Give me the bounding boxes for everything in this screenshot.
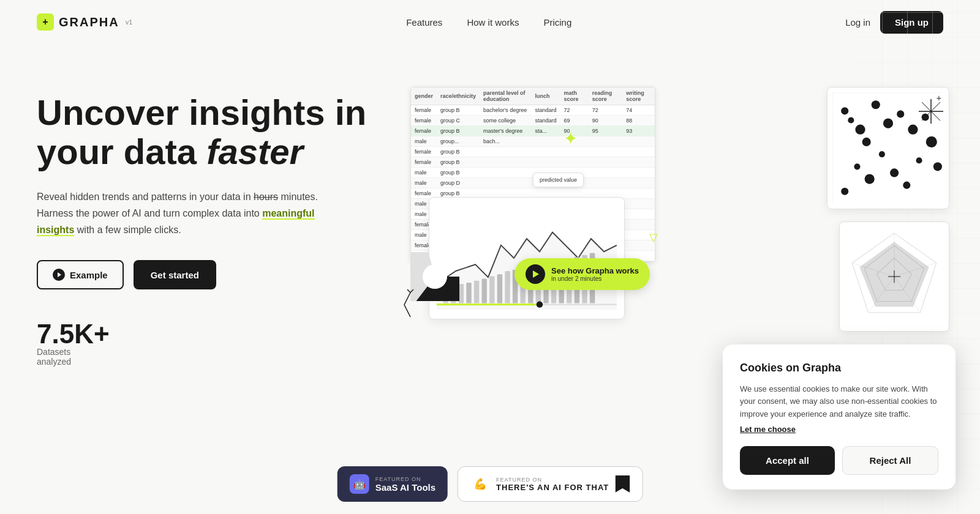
signup-button[interactable]: Sign up	[880, 11, 943, 34]
nav-actions: Log in Sign up	[845, 11, 943, 34]
saas-badge-label: Featured on	[375, 476, 435, 482]
svg-rect-7	[489, 276, 494, 303]
logo-icon: +	[37, 13, 54, 31]
col-writing: writing score	[622, 88, 655, 105]
bottom-badges: 🤖 Featured on SaaS AI Tools 💪 FEATURED O…	[337, 466, 643, 502]
svg-point-32	[862, 138, 871, 146]
cookie-title: Cookies on Grapha	[740, 362, 938, 374]
squiggle-decoration	[392, 286, 429, 326]
nav-link-features[interactable]: Features	[406, 17, 442, 28]
ai-badge-label: FEATURED ON	[496, 477, 609, 483]
hero-title: Uncover insights in your data faster	[37, 93, 380, 171]
col-lunch: lunch	[531, 88, 560, 105]
play-circle-icon	[53, 269, 65, 281]
svg-point-41	[854, 163, 860, 169]
video-play-text: See how Grapha works in under 2 minutes	[551, 266, 639, 282]
stat-label: Datasetsanalyzed	[37, 347, 380, 367]
saas-badge-icon: 🤖	[350, 474, 369, 494]
svg-point-29	[872, 100, 880, 109]
reject-all-button[interactable]: Reject All	[842, 446, 938, 475]
hero-left: Uncover insights in your data faster Rev…	[37, 69, 380, 411]
cookie-description: We use essential cookies to make our sit…	[740, 383, 938, 421]
brand-version: v1	[126, 18, 133, 26]
video-main-text: See how Grapha works	[551, 266, 639, 275]
svg-point-48	[423, 264, 447, 289]
svg-rect-9	[505, 271, 510, 304]
radar-chart-card	[839, 222, 949, 332]
nav-link-how-it-works[interactable]: How it works	[467, 17, 519, 28]
stats-block: 7.5K+ Datasetsanalyzed	[37, 319, 380, 367]
navbar: + GRAPHA v1 Features How it works Pricin…	[0, 0, 980, 44]
col-race: race/ethnicity	[437, 88, 480, 105]
table-row: femalegroup Bmaster's degreesta...909593	[411, 126, 655, 136]
table-row: femalegroup B	[411, 147, 655, 157]
svg-point-40	[865, 174, 875, 184]
svg-point-37	[916, 157, 922, 163]
nav-link-pricing[interactable]: Pricing	[543, 17, 571, 28]
example-button[interactable]: Example	[37, 260, 124, 289]
cookie-choose-link[interactable]: Let me choose	[740, 425, 938, 434]
video-play-button[interactable]: See how Grapha works in under 2 minutes	[514, 258, 650, 290]
table-row: malegroup...bach...	[411, 136, 655, 147]
svg-rect-8	[497, 274, 502, 303]
hero-buttons: Example Get started	[37, 260, 380, 289]
svg-point-34	[908, 125, 918, 135]
svg-point-36	[926, 136, 937, 147]
saas-badge-name: SaaS AI Tools	[375, 482, 435, 493]
logo[interactable]: + GRAPHA v1	[37, 13, 132, 31]
svg-point-27	[855, 125, 865, 135]
svg-rect-6	[482, 279, 487, 304]
nav-links: Features How it works Pricing	[406, 17, 571, 28]
table-row: femalegroup B	[411, 157, 655, 168]
col-reading: reading score	[589, 88, 623, 105]
cookie-banner: Cookies on Grapha We use essential cooki…	[723, 345, 956, 490]
tooltip-bubble: predicted value	[533, 173, 584, 187]
svg-point-31	[897, 110, 904, 117]
tooltip-text: predicted value	[540, 177, 577, 183]
stat-number: 7.5K+	[37, 319, 380, 349]
play-icon	[526, 264, 545, 284]
hero-description: Reveal hidden trends and patterns in you…	[37, 188, 343, 239]
star-decoration: ✦	[564, 128, 578, 149]
brand-name: GRAPHA	[59, 15, 119, 29]
sparkle-decoration	[919, 99, 943, 126]
ai-badge-name: THERE'S AN AI FOR THAT	[496, 483, 609, 492]
table-row: femalegroup Bbachelor's degreestandard72…	[411, 105, 655, 116]
table-row: femalegroup Csome collegestandard699088	[411, 116, 655, 126]
accept-all-button[interactable]: Accept all	[740, 446, 835, 475]
saas-badge[interactable]: 🤖 Featured on SaaS AI Tools	[337, 466, 448, 502]
ai-badge[interactable]: 💪 FEATURED ON THERE'S AN AI FOR THAT	[458, 466, 643, 502]
bookmark-icon	[615, 475, 630, 493]
col-math: math score	[560, 88, 589, 105]
svg-point-43	[841, 188, 848, 195]
svg-point-39	[903, 182, 910, 189]
saas-badge-text: Featured on SaaS AI Tools	[375, 476, 435, 493]
svg-rect-4	[466, 283, 471, 304]
svg-rect-5	[474, 281, 479, 304]
svg-point-28	[848, 117, 854, 123]
strikethrough-text: hours	[254, 192, 278, 202]
svg-point-38	[890, 168, 899, 177]
get-started-button[interactable]: Get started	[134, 260, 216, 289]
video-sub-text: in under 2 minutes	[551, 275, 639, 282]
svg-point-23	[537, 301, 543, 308]
svg-point-26	[841, 107, 848, 114]
cookie-buttons: Accept all Reject All	[740, 446, 938, 475]
triangle-decoration: ▽	[649, 231, 658, 244]
ai-badge-text: FEATURED ON THERE'S AN AI FOR THAT	[496, 477, 609, 492]
radar-svg	[845, 227, 944, 326]
svg-point-33	[879, 151, 885, 157]
login-button[interactable]: Log in	[845, 17, 870, 28]
col-education: parental level of education	[480, 88, 531, 105]
col-gender: gender	[411, 88, 437, 105]
ai-badge-icon: 💪	[470, 474, 490, 494]
svg-point-42	[933, 162, 942, 171]
